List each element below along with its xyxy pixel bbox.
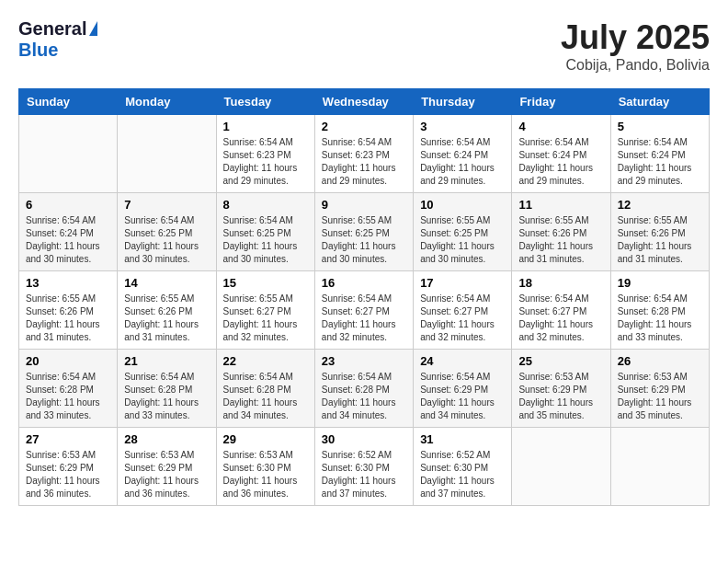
day-number: 11 <box>518 198 603 212</box>
day-number: 27 <box>26 432 110 446</box>
calendar-cell: 12Sunrise: 6:55 AM Sunset: 6:26 PM Dayli… <box>610 193 709 271</box>
day-info: Sunrise: 6:54 AM Sunset: 6:27 PM Dayligh… <box>322 293 406 344</box>
calendar-cell: 16Sunrise: 6:54 AM Sunset: 6:27 PM Dayli… <box>314 271 413 350</box>
calendar-cell: 10Sunrise: 6:55 AM Sunset: 6:25 PM Dayli… <box>414 193 512 271</box>
day-number: 13 <box>26 276 110 290</box>
day-info: Sunrise: 6:54 AM Sunset: 6:24 PM Dayligh… <box>518 136 603 188</box>
calendar-cell: 5Sunrise: 6:54 AM Sunset: 6:24 PM Daylig… <box>610 115 709 193</box>
day-number: 14 <box>124 276 209 290</box>
day-info: Sunrise: 6:55 AM Sunset: 6:26 PM Dayligh… <box>26 293 110 344</box>
calendar-cell: 11Sunrise: 6:55 AM Sunset: 6:26 PM Dayli… <box>512 193 610 271</box>
calendar-cell <box>118 115 216 193</box>
weekday-header-friday: Friday <box>512 89 610 115</box>
page-header: General Blue July 2025 Cobija, Pando, Bo… <box>18 18 710 74</box>
day-info: Sunrise: 6:54 AM Sunset: 6:23 PM Dayligh… <box>322 136 406 188</box>
calendar-cell: 8Sunrise: 6:54 AM Sunset: 6:25 PM Daylig… <box>216 193 314 271</box>
weekday-header-saturday: Saturday <box>610 89 709 115</box>
day-info: Sunrise: 6:54 AM Sunset: 6:28 PM Dayligh… <box>124 371 209 422</box>
calendar-cell: 1Sunrise: 6:54 AM Sunset: 6:23 PM Daylig… <box>216 115 314 193</box>
day-number: 22 <box>223 354 308 368</box>
calendar-cell: 9Sunrise: 6:55 AM Sunset: 6:25 PM Daylig… <box>314 193 413 271</box>
day-info: Sunrise: 6:54 AM Sunset: 6:28 PM Dayligh… <box>26 371 110 422</box>
calendar-cell: 23Sunrise: 6:54 AM Sunset: 6:28 PM Dayli… <box>314 350 413 428</box>
day-info: Sunrise: 6:54 AM Sunset: 6:28 PM Dayligh… <box>223 371 308 422</box>
day-info: Sunrise: 6:55 AM Sunset: 6:27 PM Dayligh… <box>223 293 308 344</box>
calendar-week-1: 1Sunrise: 6:54 AM Sunset: 6:23 PM Daylig… <box>19 115 710 193</box>
calendar-cell: 28Sunrise: 6:53 AM Sunset: 6:29 PM Dayli… <box>118 428 216 506</box>
calendar-cell: 6Sunrise: 6:54 AM Sunset: 6:24 PM Daylig… <box>19 193 118 271</box>
day-number: 6 <box>26 198 110 212</box>
day-number: 18 <box>518 276 603 290</box>
calendar-header: SundayMondayTuesdayWednesdayThursdayFrid… <box>19 89 710 115</box>
calendar-cell <box>19 115 118 193</box>
day-number: 29 <box>223 432 308 446</box>
day-number: 25 <box>518 354 603 368</box>
calendar-cell <box>610 428 709 506</box>
logo: General Blue <box>18 18 97 61</box>
day-number: 19 <box>618 276 702 290</box>
day-number: 4 <box>518 120 603 133</box>
day-info: Sunrise: 6:53 AM Sunset: 6:29 PM Dayligh… <box>124 449 209 500</box>
calendar-cell: 13Sunrise: 6:55 AM Sunset: 6:26 PM Dayli… <box>19 271 118 350</box>
day-info: Sunrise: 6:54 AM Sunset: 6:25 PM Dayligh… <box>223 214 308 266</box>
calendar-week-4: 20Sunrise: 6:54 AM Sunset: 6:28 PM Dayli… <box>19 350 710 428</box>
calendar-cell: 2Sunrise: 6:54 AM Sunset: 6:23 PM Daylig… <box>314 115 413 193</box>
day-info: Sunrise: 6:54 AM Sunset: 6:24 PM Dayligh… <box>26 214 110 266</box>
calendar-cell: 20Sunrise: 6:54 AM Sunset: 6:28 PM Dayli… <box>19 350 118 428</box>
calendar-cell: 17Sunrise: 6:54 AM Sunset: 6:27 PM Dayli… <box>414 271 512 350</box>
weekday-header-sunday: Sunday <box>19 89 118 115</box>
calendar-cell: 21Sunrise: 6:54 AM Sunset: 6:28 PM Dayli… <box>118 350 216 428</box>
day-number: 1 <box>223 120 308 133</box>
calendar-week-5: 27Sunrise: 6:53 AM Sunset: 6:29 PM Dayli… <box>19 428 710 506</box>
calendar-cell: 15Sunrise: 6:55 AM Sunset: 6:27 PM Dayli… <box>216 271 314 350</box>
calendar-week-3: 13Sunrise: 6:55 AM Sunset: 6:26 PM Dayli… <box>19 271 710 350</box>
day-number: 5 <box>618 120 702 133</box>
day-number: 28 <box>124 432 209 446</box>
day-number: 23 <box>322 354 406 368</box>
calendar-cell: 7Sunrise: 6:54 AM Sunset: 6:25 PM Daylig… <box>118 193 216 271</box>
day-number: 15 <box>223 276 308 290</box>
day-number: 2 <box>322 120 406 133</box>
day-number: 10 <box>420 198 505 212</box>
calendar-title-block: July 2025 Cobija, Pando, Bolivia <box>561 18 710 74</box>
calendar-cell: 18Sunrise: 6:54 AM Sunset: 6:27 PM Dayli… <box>512 271 610 350</box>
calendar-cell: 26Sunrise: 6:53 AM Sunset: 6:29 PM Dayli… <box>610 350 709 428</box>
logo-general: General <box>18 18 86 40</box>
calendar-cell: 25Sunrise: 6:53 AM Sunset: 6:29 PM Dayli… <box>512 350 610 428</box>
day-info: Sunrise: 6:54 AM Sunset: 6:28 PM Dayligh… <box>618 293 702 344</box>
calendar-cell: 31Sunrise: 6:52 AM Sunset: 6:30 PM Dayli… <box>414 428 512 506</box>
day-number: 17 <box>420 276 505 290</box>
day-info: Sunrise: 6:54 AM Sunset: 6:24 PM Dayligh… <box>618 136 702 188</box>
calendar-cell: 19Sunrise: 6:54 AM Sunset: 6:28 PM Dayli… <box>610 271 709 350</box>
day-info: Sunrise: 6:54 AM Sunset: 6:27 PM Dayligh… <box>518 293 603 344</box>
logo-triangle-icon <box>89 21 97 36</box>
day-number: 7 <box>124 198 209 212</box>
calendar-cell: 24Sunrise: 6:54 AM Sunset: 6:29 PM Dayli… <box>414 350 512 428</box>
calendar-cell <box>512 428 610 506</box>
day-number: 30 <box>322 432 406 446</box>
day-number: 31 <box>420 432 505 446</box>
weekday-header-tuesday: Tuesday <box>216 89 314 115</box>
calendar-cell: 27Sunrise: 6:53 AM Sunset: 6:29 PM Dayli… <box>19 428 118 506</box>
location-subtitle: Cobija, Pando, Bolivia <box>561 57 710 74</box>
day-info: Sunrise: 6:53 AM Sunset: 6:29 PM Dayligh… <box>518 371 603 422</box>
day-info: Sunrise: 6:52 AM Sunset: 6:30 PM Dayligh… <box>322 449 406 500</box>
weekday-row: SundayMondayTuesdayWednesdayThursdayFrid… <box>19 89 710 115</box>
day-info: Sunrise: 6:52 AM Sunset: 6:30 PM Dayligh… <box>420 449 505 500</box>
calendar-cell: 14Sunrise: 6:55 AM Sunset: 6:26 PM Dayli… <box>118 271 216 350</box>
day-info: Sunrise: 6:54 AM Sunset: 6:29 PM Dayligh… <box>420 371 505 422</box>
day-info: Sunrise: 6:53 AM Sunset: 6:29 PM Dayligh… <box>26 449 110 500</box>
calendar-body: 1Sunrise: 6:54 AM Sunset: 6:23 PM Daylig… <box>19 115 710 506</box>
day-number: 12 <box>618 198 702 212</box>
month-title: July 2025 <box>561 18 710 57</box>
day-number: 3 <box>420 120 505 133</box>
day-info: Sunrise: 6:54 AM Sunset: 6:27 PM Dayligh… <box>420 293 505 344</box>
calendar-cell: 22Sunrise: 6:54 AM Sunset: 6:28 PM Dayli… <box>216 350 314 428</box>
day-number: 16 <box>322 276 406 290</box>
day-info: Sunrise: 6:55 AM Sunset: 6:26 PM Dayligh… <box>518 214 603 266</box>
day-number: 26 <box>618 354 702 368</box>
logo-blue: Blue <box>18 40 58 61</box>
day-info: Sunrise: 6:54 AM Sunset: 6:23 PM Dayligh… <box>223 136 308 188</box>
day-number: 20 <box>26 354 110 368</box>
day-info: Sunrise: 6:54 AM Sunset: 6:28 PM Dayligh… <box>322 371 406 422</box>
